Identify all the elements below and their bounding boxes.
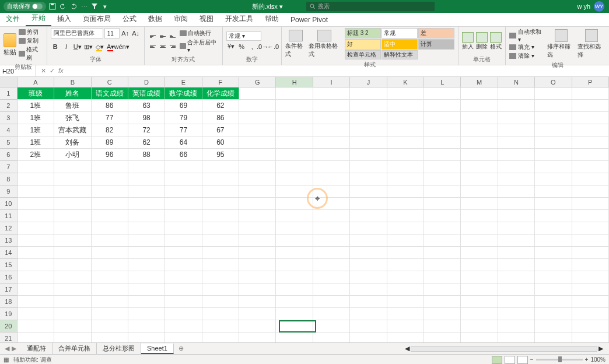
- cell[interactable]: [572, 308, 609, 320]
- col-header[interactable]: A: [18, 77, 54, 88]
- cell[interactable]: [461, 247, 498, 259]
- cell[interactable]: [461, 112, 498, 124]
- cell[interactable]: [92, 198, 128, 210]
- cell[interactable]: [239, 259, 276, 271]
- cell[interactable]: [54, 247, 91, 259]
- row-header[interactable]: 21: [0, 332, 18, 342]
- cell[interactable]: 77: [165, 124, 202, 136]
- cell[interactable]: [313, 271, 350, 284]
- cell[interactable]: [54, 259, 91, 271]
- cell[interactable]: [572, 136, 609, 149]
- border-button[interactable]: ⊞▾: [84, 42, 93, 51]
- cell[interactable]: [498, 332, 535, 342]
- cell[interactable]: [424, 124, 461, 136]
- cell[interactable]: 宫本武藏: [54, 124, 91, 136]
- cell[interactable]: 98: [128, 112, 165, 124]
- autosum-button[interactable]: 自动求和 ▾: [509, 28, 545, 43]
- cell[interactable]: [424, 210, 461, 222]
- cell[interactable]: [461, 296, 498, 308]
- cell[interactable]: [239, 198, 276, 210]
- cell[interactable]: [498, 247, 535, 259]
- inc-decimal-button[interactable]: .0→: [258, 42, 267, 51]
- cell[interactable]: [424, 198, 461, 210]
- cell[interactable]: [387, 210, 424, 222]
- col-header[interactable]: N: [498, 77, 535, 88]
- cell[interactable]: [202, 259, 239, 271]
- cell[interactable]: 1班: [18, 136, 54, 149]
- cell[interactable]: [424, 332, 461, 342]
- cell[interactable]: 英语成绩: [128, 88, 165, 100]
- cell[interactable]: [276, 222, 313, 235]
- cell[interactable]: [92, 210, 128, 222]
- cell[interactable]: [572, 173, 609, 186]
- cell[interactable]: [313, 88, 350, 100]
- tab-file[interactable]: 文件: [0, 12, 26, 26]
- cell[interactable]: [424, 149, 461, 161]
- col-header[interactable]: P: [572, 77, 609, 88]
- cell[interactable]: [387, 296, 424, 308]
- cell[interactable]: [128, 271, 165, 284]
- cell[interactable]: [128, 308, 165, 320]
- cell[interactable]: [387, 271, 424, 284]
- cell[interactable]: 86: [202, 112, 239, 124]
- search-box[interactable]: 搜索: [306, 2, 435, 11]
- cell-styles-gallery[interactable]: 标题 3 2 常规 差 好 适中 计算 检查单元格 解释性文本: [345, 28, 454, 60]
- sheet-tab-3[interactable]: 总分柱形图: [97, 343, 141, 354]
- cell[interactable]: 1班: [18, 100, 54, 112]
- fx-icon[interactable]: fx: [58, 67, 64, 75]
- cell[interactable]: [424, 136, 461, 149]
- cell[interactable]: [535, 198, 572, 210]
- font-name-select[interactable]: 阿里巴巴普惠体: [51, 28, 103, 38]
- cell[interactable]: [461, 173, 498, 186]
- cell[interactable]: [498, 88, 535, 100]
- cell[interactable]: 96: [92, 149, 128, 161]
- row-header[interactable]: 2: [0, 100, 18, 112]
- cell[interactable]: [535, 124, 572, 136]
- cell[interactable]: [92, 247, 128, 259]
- cell[interactable]: [572, 320, 609, 332]
- col-header[interactable]: I: [313, 77, 350, 88]
- cell[interactable]: [350, 161, 387, 173]
- cell[interactable]: [498, 136, 535, 149]
- cell[interactable]: [461, 88, 498, 100]
- cell[interactable]: [350, 112, 387, 124]
- cell[interactable]: [498, 198, 535, 210]
- cell[interactable]: [313, 259, 350, 271]
- row-header[interactable]: 4: [0, 124, 18, 136]
- cell[interactable]: [276, 112, 313, 124]
- style-explain[interactable]: 解释性文本: [382, 50, 418, 60]
- cell[interactable]: [387, 186, 424, 198]
- cell[interactable]: [313, 235, 350, 247]
- cell[interactable]: [313, 247, 350, 259]
- cell[interactable]: [202, 235, 239, 247]
- cell[interactable]: [92, 332, 128, 342]
- cell[interactable]: [18, 210, 54, 222]
- cell[interactable]: [424, 247, 461, 259]
- row-header[interactable]: 10: [0, 198, 18, 210]
- cell[interactable]: [424, 235, 461, 247]
- col-header[interactable]: L: [424, 77, 461, 88]
- cell[interactable]: 69: [165, 100, 202, 112]
- col-header[interactable]: O: [535, 77, 572, 88]
- cell[interactable]: [350, 332, 387, 342]
- cell[interactable]: [276, 259, 313, 271]
- cell[interactable]: [202, 247, 239, 259]
- cell[interactable]: [54, 210, 91, 222]
- cell[interactable]: [572, 100, 609, 112]
- cell[interactable]: [498, 320, 535, 332]
- row-header[interactable]: 8: [0, 173, 18, 186]
- cell[interactable]: [535, 247, 572, 259]
- merge-center-button[interactable]: 合并后居中 ▾: [180, 38, 219, 53]
- cell[interactable]: [239, 210, 276, 222]
- cell[interactable]: [535, 88, 572, 100]
- cell[interactable]: [387, 308, 424, 320]
- cell[interactable]: [498, 161, 535, 173]
- cell[interactable]: [313, 186, 350, 198]
- cell[interactable]: [498, 173, 535, 186]
- zoom-slider[interactable]: [536, 359, 583, 360]
- cell[interactable]: 姓名: [54, 88, 91, 100]
- style-bad[interactable]: 差: [418, 28, 454, 38]
- cell[interactable]: [461, 320, 498, 332]
- cell[interactable]: [165, 332, 202, 342]
- cell[interactable]: [313, 100, 350, 112]
